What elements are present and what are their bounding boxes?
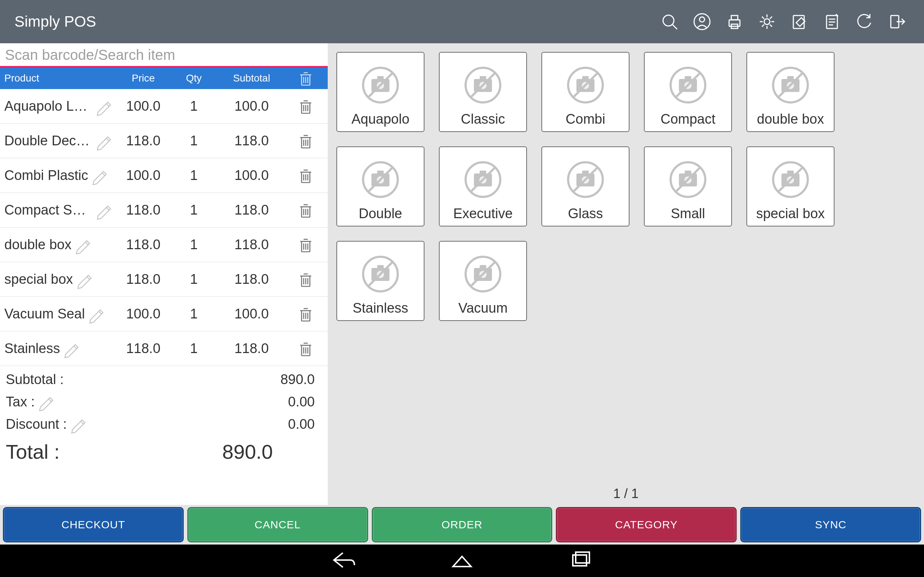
discount-label: Discount : bbox=[6, 416, 67, 432]
clear-cart-icon[interactable] bbox=[289, 70, 322, 87]
no-image-icon bbox=[668, 65, 708, 105]
delete-item-icon[interactable] bbox=[289, 202, 322, 219]
cart-item-subtotal: 118.0 bbox=[214, 341, 289, 356]
nav-home-icon[interactable] bbox=[449, 549, 475, 572]
product-tile[interactable]: Stainless bbox=[336, 241, 425, 321]
cancel-button[interactable]: CANCEL bbox=[187, 507, 368, 542]
delete-item-icon[interactable] bbox=[289, 133, 322, 149]
product-tile[interactable]: Aquapolo bbox=[336, 52, 425, 132]
no-image-icon bbox=[565, 65, 605, 105]
delete-item-icon[interactable] bbox=[289, 237, 322, 253]
cart-item-qty: 1 bbox=[174, 272, 214, 287]
sync-button[interactable]: SYNC bbox=[740, 507, 921, 542]
delete-item-icon[interactable] bbox=[289, 306, 322, 322]
product-tile-label: double box bbox=[757, 111, 824, 127]
compose-icon[interactable] bbox=[783, 5, 816, 38]
cart-item-subtotal: 118.0 bbox=[214, 272, 289, 287]
cart-item-qty: 1 bbox=[174, 341, 214, 356]
action-bar: CHECKOUT CANCEL ORDER CATEGORY SYNC bbox=[0, 505, 924, 545]
nav-back-icon[interactable] bbox=[330, 549, 355, 572]
cart-item-name: Stainless bbox=[4, 341, 60, 356]
no-image-icon bbox=[565, 160, 605, 200]
cart-item-name: special box bbox=[4, 272, 73, 287]
search-icon[interactable] bbox=[653, 5, 686, 38]
delete-item-icon[interactable] bbox=[289, 271, 322, 288]
category-button[interactable]: CATEGORY bbox=[556, 507, 737, 542]
product-tile[interactable]: Executive bbox=[439, 147, 527, 226]
cart-item-name: Aquapolo Lunch bbox=[4, 98, 92, 114]
print-icon[interactable] bbox=[718, 5, 751, 38]
product-tile-label: special box bbox=[756, 206, 825, 221]
edit-discount-icon[interactable] bbox=[70, 416, 87, 432]
product-tile-label: Vacuum bbox=[459, 300, 508, 316]
product-tile[interactable]: Classic bbox=[439, 52, 527, 132]
product-tile[interactable]: special box bbox=[746, 147, 835, 226]
no-image-icon bbox=[463, 65, 503, 105]
edit-item-icon[interactable] bbox=[92, 167, 108, 184]
product-tile[interactable]: Compact bbox=[644, 52, 732, 132]
cart-item-price: 118.0 bbox=[113, 237, 174, 253]
tax-label: Tax : bbox=[6, 394, 35, 410]
pager: 1 / 1 bbox=[328, 480, 924, 505]
search-input[interactable] bbox=[0, 43, 328, 68]
delete-item-icon[interactable] bbox=[289, 340, 322, 357]
product-tile[interactable]: Small bbox=[644, 147, 732, 226]
delete-item-icon[interactable] bbox=[289, 98, 322, 115]
product-tile-label: Double bbox=[359, 206, 402, 221]
edit-item-icon[interactable] bbox=[96, 98, 113, 115]
product-tile-label: Small bbox=[670, 206, 705, 221]
cart-row: Stainless118.01118.0 bbox=[0, 331, 328, 366]
cart-panel: Product Price Qty Subtotal Aquapolo Lunc… bbox=[0, 43, 328, 505]
cart-item-subtotal: 118.0 bbox=[214, 237, 289, 253]
edit-item-icon[interactable] bbox=[63, 340, 80, 357]
cart-item-qty: 1 bbox=[174, 133, 214, 148]
cart-item-price: 118.0 bbox=[113, 133, 174, 148]
no-image-icon bbox=[360, 65, 400, 105]
product-tile-label: Compact bbox=[661, 111, 716, 127]
edit-item-icon[interactable] bbox=[89, 306, 105, 322]
cart-item-price: 118.0 bbox=[113, 202, 174, 218]
user-icon[interactable] bbox=[686, 5, 718, 38]
android-navbar bbox=[0, 545, 924, 577]
app-title: Simply POS bbox=[15, 13, 96, 30]
product-tile[interactable]: Double bbox=[336, 147, 425, 226]
total-value: 890.0 bbox=[129, 440, 323, 463]
nav-recent-icon[interactable] bbox=[569, 549, 594, 572]
product-tile-label: Combi bbox=[565, 111, 605, 127]
settings-icon[interactable] bbox=[751, 5, 783, 38]
product-tile-label: Glass bbox=[568, 206, 603, 221]
cart-item-qty: 1 bbox=[174, 98, 214, 114]
checkout-button[interactable]: CHECKOUT bbox=[3, 507, 184, 542]
product-tile[interactable]: double box bbox=[746, 52, 835, 132]
product-tile[interactable]: Vacuum bbox=[439, 241, 527, 321]
order-button[interactable]: ORDER bbox=[372, 507, 552, 542]
refresh-icon[interactable] bbox=[848, 5, 881, 38]
cart-row: double box118.01118.0 bbox=[0, 227, 328, 262]
logout-icon[interactable] bbox=[881, 5, 913, 38]
cart-item-price: 100.0 bbox=[113, 168, 174, 183]
cart-row: Combi Plastic100.01100.0 bbox=[0, 158, 328, 193]
product-tile[interactable]: Combi bbox=[541, 52, 630, 132]
header-qty: Qty bbox=[174, 73, 214, 84]
cart-item-subtotal: 118.0 bbox=[214, 133, 289, 148]
edit-item-icon[interactable] bbox=[75, 237, 92, 253]
delete-item-icon[interactable] bbox=[289, 167, 322, 184]
cart-item-subtotal: 100.0 bbox=[214, 98, 289, 114]
edit-item-icon[interactable] bbox=[76, 271, 93, 288]
product-tile[interactable]: Glass bbox=[541, 147, 630, 226]
cart-item-subtotal: 100.0 bbox=[214, 306, 289, 322]
header-price: Price bbox=[113, 73, 174, 84]
no-image-icon bbox=[771, 160, 810, 200]
edit-item-icon[interactable] bbox=[96, 202, 113, 219]
discount-value: 0.00 bbox=[129, 416, 323, 432]
cart-row: Vacuum Seal100.01100.0 bbox=[0, 297, 328, 331]
edit-item-icon[interactable] bbox=[96, 133, 113, 149]
cart-item-name: Combi Plastic bbox=[4, 168, 88, 183]
edit-tax-icon[interactable] bbox=[38, 393, 55, 410]
cart-row: special box118.01118.0 bbox=[0, 262, 328, 297]
app-header: Simply POS bbox=[0, 0, 924, 43]
product-tile-label: Executive bbox=[453, 206, 513, 221]
notes-icon[interactable] bbox=[816, 5, 848, 38]
cart-item-subtotal: 118.0 bbox=[214, 202, 289, 218]
subtotal-value: 890.0 bbox=[129, 372, 323, 387]
